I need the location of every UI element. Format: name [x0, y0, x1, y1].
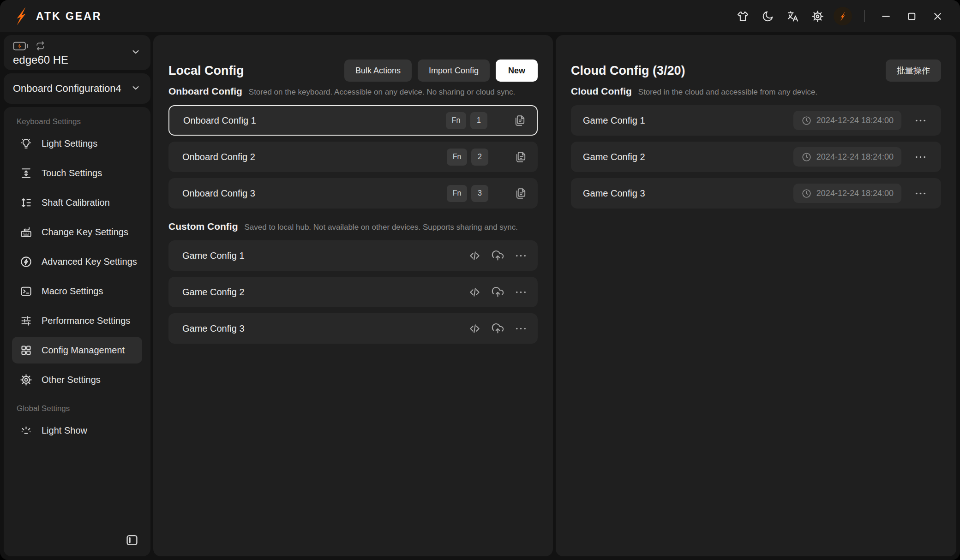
- sidebar-item-label: Light Settings: [42, 138, 97, 149]
- upload-to-cloud-button[interactable]: [491, 249, 504, 262]
- device-name: edge60 HE: [13, 54, 141, 66]
- onboard-config-row-1[interactable]: Onboard Config 1 Fn 1: [168, 105, 538, 136]
- sidebar-collapse-button[interactable]: [125, 533, 139, 549]
- cloud-config-section-header: Cloud Config Stored in the cloud and acc…: [571, 86, 941, 97]
- touch-travel-icon: [20, 167, 32, 179]
- copy-config-button[interactable]: [514, 187, 528, 200]
- gear-icon: [811, 10, 824, 23]
- shortcut-keycaps: Fn 1: [446, 112, 487, 129]
- sidebar-item-light-show[interactable]: Light Show: [12, 417, 142, 444]
- import-config-button[interactable]: Import Config: [418, 60, 490, 82]
- cloud-config-row-2[interactable]: Game Config 2 2024-12-24 18:24:00: [571, 142, 941, 172]
- profile-name: Onboard Configuration4: [13, 83, 121, 95]
- sidebar-item-label: Shaft Calibration: [42, 197, 110, 208]
- config-name: Game Config 1: [182, 250, 468, 261]
- custom-config-row-2[interactable]: Game Config 2: [168, 277, 538, 307]
- sidebar-item-label: Touch Settings: [42, 168, 102, 179]
- titlebar-divider: [864, 10, 865, 22]
- more-ellipsis-icon: [914, 187, 927, 200]
- clock-icon: [801, 115, 812, 126]
- clock-icon: [801, 152, 812, 162]
- device-dropdown-button[interactable]: [130, 47, 141, 59]
- config-name: Game Config 3: [182, 323, 468, 334]
- copy-config-button[interactable]: [514, 150, 528, 164]
- cloud-config-row-1[interactable]: Game Config 1 2024-12-24 18:24:00: [571, 105, 941, 136]
- app-settings-button[interactable]: [807, 6, 828, 27]
- onboard-config-row-2[interactable]: Onboard Config 2 Fn 2: [168, 142, 538, 172]
- timestamp-text: 2024-12-24 18:24:00: [816, 152, 894, 162]
- section-label-global-settings: Global Settings: [8, 403, 146, 414]
- cloud-bulk-actions-button[interactable]: 批量操作: [886, 60, 941, 82]
- clock-icon: [801, 188, 812, 199]
- edit-code-button[interactable]: [468, 322, 481, 335]
- collapse-panel-icon: [125, 533, 139, 548]
- maximize-button[interactable]: [901, 6, 922, 27]
- upload-to-cloud-button[interactable]: [491, 322, 504, 335]
- more-ellipsis-icon: [514, 322, 528, 335]
- local-config-panel: Local Config Bulk Actions Import Config …: [153, 35, 553, 556]
- section-label-keyboard-settings: Keyboard Settings: [8, 116, 146, 127]
- profile-dropdown-button[interactable]: [130, 83, 141, 95]
- more-ellipsis-icon: [514, 249, 528, 262]
- edit-code-button[interactable]: [468, 249, 481, 262]
- sidebar-item-macro-settings[interactable]: Macro Settings: [12, 278, 142, 304]
- more-options-button[interactable]: [514, 249, 528, 262]
- sync-timestamp: 2024-12-24 18:24:00: [793, 147, 901, 167]
- sidebar-item-performance-settings[interactable]: Performance Settings: [12, 307, 142, 334]
- sidebar-item-other-settings[interactable]: Other Settings: [12, 366, 142, 393]
- close-button[interactable]: [927, 6, 948, 27]
- more-options-button[interactable]: [914, 187, 927, 200]
- bulk-actions-button[interactable]: Bulk Actions: [344, 60, 412, 82]
- minimize-button[interactable]: [875, 6, 896, 27]
- upload-to-cloud-button[interactable]: [491, 286, 504, 299]
- sidebar-item-change-key-settings[interactable]: Change Key Settings: [12, 219, 142, 245]
- copy-document-icon: [514, 187, 528, 200]
- device-power-button[interactable]: [834, 7, 852, 25]
- more-options-button[interactable]: [514, 322, 528, 335]
- window-controls: [875, 6, 948, 27]
- sidebar-item-shaft-calibration[interactable]: Shaft Calibration: [12, 189, 142, 216]
- sidebar-item-label: Config Management: [42, 345, 125, 356]
- more-options-button[interactable]: [914, 150, 927, 164]
- custom-config-row-3[interactable]: Game Config 3: [168, 313, 538, 344]
- sidebar-item-label: Light Show: [42, 425, 87, 436]
- more-options-button[interactable]: [914, 114, 927, 127]
- sidebar-item-config-management[interactable]: Config Management: [12, 337, 142, 363]
- title-bar: ATK GEAR: [0, 0, 960, 32]
- row-actions: [468, 286, 528, 299]
- sync-timestamp: 2024-12-24 18:24:00: [793, 111, 901, 130]
- fn-keycap: Fn: [447, 185, 467, 202]
- cloud-config-row-3[interactable]: Game Config 3 2024-12-24 18:24:00: [571, 178, 941, 209]
- sidebar-item-light-settings[interactable]: Light Settings: [12, 130, 142, 157]
- titlebar-actions: [732, 6, 948, 27]
- local-config-actions: Bulk Actions Import Config New: [344, 60, 538, 82]
- copy-config-button[interactable]: [513, 114, 527, 127]
- config-name: Game Config 2: [182, 287, 468, 298]
- language-button[interactable]: [782, 6, 803, 27]
- profile-selector[interactable]: Onboard Configuration4: [4, 73, 150, 104]
- chevron-down-icon: [130, 47, 141, 58]
- sidebar-item-advanced-key-settings[interactable]: Advanced Key Settings: [12, 248, 142, 275]
- route-icon: [35, 41, 46, 51]
- custom-config-row-1[interactable]: Game Config 1: [168, 240, 538, 271]
- app-window: ATK GEAR edge60 HE: [0, 0, 960, 560]
- onboard-config-row-3[interactable]: Onboard Config 3 Fn 3: [168, 178, 538, 209]
- timestamp-text: 2024-12-24 18:24:00: [816, 116, 894, 125]
- new-config-button[interactable]: New: [496, 60, 538, 82]
- sidebar-item-label: Macro Settings: [42, 286, 103, 297]
- cloud-config-title: Cloud Config (3/20): [571, 64, 685, 78]
- lightbulb-icon: [20, 137, 32, 150]
- shortcut-keycaps: Fn 2: [447, 149, 488, 166]
- config-name: Onboard Config 2: [182, 152, 447, 162]
- fn-keycap: Fn: [447, 149, 467, 166]
- sidebar-item-touch-settings[interactable]: Touch Settings: [12, 160, 142, 186]
- theme-skin-button[interactable]: [732, 6, 753, 27]
- onboard-config-section-header: Onboard Config Stored on the keyboard. A…: [168, 86, 538, 97]
- dark-mode-button[interactable]: [757, 6, 778, 27]
- sync-timestamp: 2024-12-24 18:24:00: [793, 184, 901, 203]
- device-selector[interactable]: edge60 HE: [4, 35, 150, 70]
- cloud-upload-icon: [491, 249, 504, 262]
- brand: ATK GEAR: [14, 6, 102, 26]
- more-options-button[interactable]: [514, 286, 528, 299]
- edit-code-button[interactable]: [468, 286, 481, 299]
